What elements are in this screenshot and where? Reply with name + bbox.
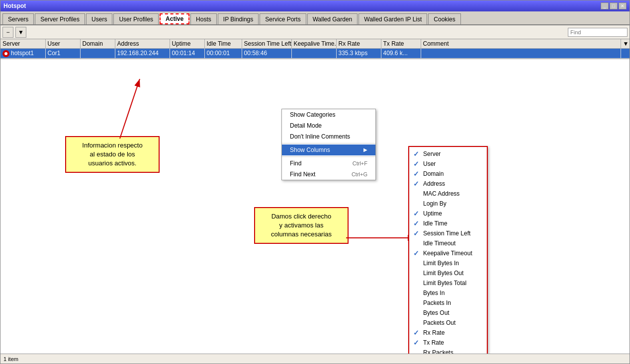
col-header-idle[interactable]: Idle Time [204,39,242,49]
minimize-button[interactable]: _ [601,2,609,9]
col-label-limit-bytes-total: Limit Bytes Total [423,280,466,287]
col-header-keepalive[interactable]: Keepalive Time... ▼ [291,39,336,49]
col-label-keepalive: Keepalive Timeout [423,250,472,257]
col-item-server[interactable]: ✓ Server [409,149,487,159]
col-label-uptime: Uptime [423,210,442,217]
col-header-user[interactable]: User [45,39,80,49]
cell-scroll [621,49,630,59]
tab-users[interactable]: Users [86,13,112,24]
col-label-bytes-in: Bytes In [423,290,445,296]
check-tx-rate: ✓ [413,339,419,347]
col-scroll-btn[interactable]: ▼ [621,39,630,49]
check-idletime: ✓ [413,219,419,227]
tab-service-ports[interactable]: Service Ports [260,13,306,24]
check-user: ✓ [413,160,419,168]
tab-active[interactable]: Active [160,13,189,24]
cell-domain [80,49,115,59]
table-container: Server User Domain Address Uptime Idle T… [0,39,630,59]
col-header-domain[interactable]: Domain [80,39,115,49]
menu-divider-1 [282,143,375,144]
col-item-limit-bytes-total[interactable]: Limit Bytes Total [409,278,487,288]
check-session-time-left: ✓ [413,229,419,237]
check-domain: ✓ [413,170,419,178]
col-item-idle-timeout[interactable]: Idle Timeout [409,238,487,248]
tab-cookies[interactable]: Cookies [428,13,460,24]
close-button[interactable]: ✕ [619,2,627,9]
annotation-text-1: Informacion respectoal estado de losusua… [82,142,142,167]
col-label-limit-bytes-in: Limit Bytes In [423,260,459,267]
col-item-idletime[interactable]: ✓ Idle Time [409,218,487,228]
col-header-address[interactable]: Address [115,39,170,49]
col-item-user[interactable]: ✓ User [409,159,487,169]
menu-show-columns[interactable]: Show Columns ▶ [282,145,375,155]
menu-divider-2 [282,156,375,157]
col-item-keepalive[interactable]: ✓ Keepalive Timeout [409,248,487,258]
window-title: Hotspot [3,2,26,9]
tab-server-profiles[interactable]: Server Profiles [35,13,85,24]
col-item-bytes-out[interactable]: Bytes Out [409,308,487,318]
menu-detail-mode[interactable]: Detail Mode [282,120,375,131]
col-header-session[interactable]: Session Time Left ▼ [242,39,291,49]
col-label-idle-timeout: Idle Timeout [423,240,455,247]
col-item-bytes-in[interactable]: Bytes In [409,288,487,298]
col-item-session-time-left[interactable]: ✓ Session Time Left [409,228,487,238]
annotation-box-1: Informacion respectoal estado de losusua… [65,136,160,173]
col-item-tx-rate[interactable]: ✓ Tx Rate [409,338,487,348]
col-item-address[interactable]: ✓ Address [409,179,487,189]
tab-ip-bindings[interactable]: IP Bindings [218,13,259,24]
col-item-packets-in[interactable]: Packets In [409,298,487,308]
col-label-user: User [423,160,436,167]
window-controls: _ □ ✕ [601,2,627,9]
col-header-txrate[interactable]: Tx Rate [381,39,421,49]
main-content: Informacion respectoal estado de losusua… [0,59,630,354]
col-label-mac: MAC Address [423,190,459,197]
filter-button[interactable]: ▼ [15,27,26,38]
tab-hosts[interactable]: Hosts [190,13,217,24]
check-server: ✓ [413,150,419,158]
status-bar: 1 item [0,354,630,364]
tab-user-profiles[interactable]: User Profiles [113,13,159,24]
find-input[interactable] [568,28,628,37]
col-item-mac[interactable]: MAC Address [409,189,487,199]
toolbar: − ▼ [0,25,630,39]
tab-servers[interactable]: Servers [2,13,34,24]
annotation-box-2: Damos click derechoy activamos lascolumn… [254,207,349,244]
menu-find-shortcut: Ctrl+F [353,160,367,166]
col-item-loginby[interactable]: Login By [409,199,487,209]
menu-show-categories-label: Show Categories [290,111,335,118]
col-item-rx-rate[interactable]: ✓ Rx Rate [409,328,487,338]
row-status-icon [2,50,9,57]
col-header-comment[interactable]: Comment [421,39,621,49]
maximize-button[interactable]: □ [610,2,618,9]
col-item-limit-bytes-in[interactable]: Limit Bytes In [409,258,487,268]
col-item-domain[interactable]: ✓ Domain [409,169,487,179]
menu-inline-comments[interactable]: Don't Inline Comments [282,131,375,142]
table-row[interactable]: hotspot1 Cor1 192.168.20.244 00:01:14 00… [0,49,630,59]
check-keepalive: ✓ [413,249,419,257]
remove-button[interactable]: − [2,27,13,38]
tab-walled-garden-ip[interactable]: Walled Garden IP List [359,13,427,24]
column-submenu: ✓ Server ✓ User ✓ Domain ✓ Address MAC A… [408,146,488,354]
col-item-packets-out[interactable]: Packets Out [409,318,487,328]
menu-show-columns-label: Show Columns [290,146,330,153]
col-item-rx-packets[interactable]: Rx Packets [409,348,487,354]
check-uptime: ✓ [413,210,419,218]
tab-walled-garden[interactable]: Walled Garden [307,13,358,24]
col-header-server[interactable]: Server [0,39,45,49]
tab-bar: Servers Server Profiles Users User Profi… [0,11,630,25]
menu-show-categories[interactable]: Show Categories [282,109,375,120]
menu-find[interactable]: Find Ctrl+F [282,158,375,169]
cell-address: 192.168.20.244 [115,49,170,59]
cell-uptime: 00:01:14 [170,49,204,59]
main-window: Hotspot _ □ ✕ Servers Server Profiles Us… [0,0,630,364]
col-label-server: Server [423,150,441,157]
col-item-limit-bytes-out[interactable]: Limit Bytes Out [409,268,487,278]
col-label-idletime: Idle Time [423,220,448,227]
menu-find-next-label: Find Next [290,171,315,178]
col-item-uptime[interactable]: ✓ Uptime [409,209,487,218]
menu-find-next[interactable]: Find Next Ctrl+G [282,169,375,180]
cell-keepalive [291,49,336,59]
status-count: 1 item [3,356,18,362]
col-header-rxrate[interactable]: Rx Rate [336,39,381,49]
col-header-uptime[interactable]: Uptime [170,39,204,49]
